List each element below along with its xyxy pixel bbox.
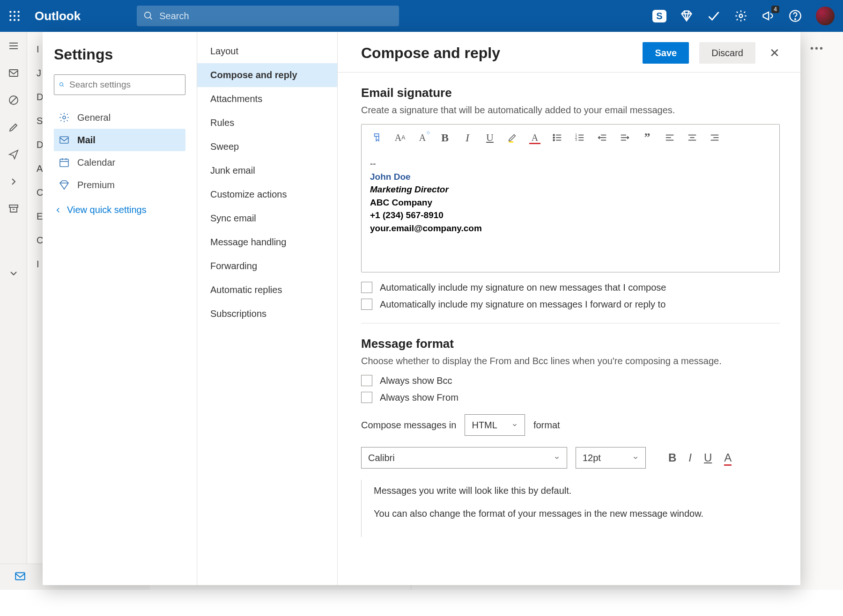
- app-launcher-icon[interactable]: [8, 10, 21, 22]
- settings-search-input[interactable]: [69, 80, 180, 90]
- todo-icon[interactable]: [707, 9, 720, 22]
- global-search[interactable]: [137, 6, 399, 26]
- checkbox-icon[interactable]: [361, 299, 372, 310]
- italic-icon[interactable]: I: [459, 129, 476, 146]
- subnav-automatic-replies[interactable]: Automatic replies: [197, 278, 337, 302]
- global-search-input[interactable]: [159, 11, 392, 22]
- subnav-subscriptions[interactable]: Subscriptions: [197, 302, 337, 326]
- font-size-select[interactable]: 12pt: [576, 447, 646, 469]
- font-color-icon[interactable]: A: [526, 129, 543, 146]
- format-painter-icon[interactable]: [369, 129, 386, 146]
- settings-premium[interactable]: Premium: [54, 174, 185, 196]
- settings-item-label: Calendar: [77, 157, 115, 168]
- svg-rect-32: [60, 137, 68, 143]
- underline-icon[interactable]: U: [481, 129, 498, 146]
- compose-format-select[interactable]: HTML: [465, 414, 525, 436]
- settings-general[interactable]: General: [54, 106, 185, 129]
- topbar: Outlook S 4: [0, 0, 843, 32]
- subnav-junk-email[interactable]: Junk email: [197, 159, 337, 183]
- chevron-down-icon: [632, 455, 639, 461]
- settings-icon[interactable]: [734, 9, 747, 22]
- settings-content: Compose and reply Save Discard ✕ Email s…: [338, 32, 800, 585]
- discard-button[interactable]: Discard: [699, 42, 755, 64]
- checkbox-icon[interactable]: [361, 282, 372, 293]
- subnav-layout[interactable]: Layout: [197, 39, 337, 63]
- svg-point-13: [795, 19, 796, 20]
- align-right-icon[interactable]: [706, 129, 723, 146]
- italic-icon[interactable]: I: [688, 451, 692, 464]
- indent-icon[interactable]: [616, 129, 633, 146]
- megaphone-icon[interactable]: 4: [762, 9, 775, 22]
- mail-settings-subnav: Layout Compose and reply Attachments Rul…: [197, 32, 338, 585]
- format-preview: Messages you write will look like this b…: [361, 480, 780, 537]
- search-icon: [143, 11, 154, 21]
- checkbox-include-new[interactable]: Automatically include my signature on ne…: [361, 282, 777, 293]
- help-icon[interactable]: [789, 9, 802, 22]
- calendar-icon: [59, 157, 70, 168]
- signature-editor: AA A◇ B I U A 123 ”: [361, 124, 780, 272]
- svg-point-4: [14, 15, 15, 17]
- svg-point-31: [63, 116, 66, 119]
- outdent-icon[interactable]: [594, 129, 611, 146]
- svg-point-5: [18, 15, 20, 17]
- numbering-icon[interactable]: 123: [571, 129, 588, 146]
- diamond-icon: [59, 179, 70, 191]
- svg-line-10: [150, 17, 152, 20]
- bullets-icon[interactable]: [549, 129, 566, 146]
- subnav-compose-and-reply[interactable]: Compose and reply: [197, 63, 337, 87]
- font-color-icon[interactable]: A: [724, 451, 732, 464]
- view-quick-settings-link[interactable]: View quick settings: [54, 205, 185, 215]
- svg-point-42: [553, 139, 555, 141]
- subnav-attachments[interactable]: Attachments: [197, 87, 337, 111]
- subnav-sync-email[interactable]: Sync email: [197, 206, 337, 230]
- settings-calendar[interactable]: Calendar: [54, 151, 185, 174]
- chevron-down-icon: [511, 422, 518, 428]
- save-button[interactable]: Save: [643, 42, 689, 64]
- highlight-icon[interactable]: [504, 129, 521, 146]
- align-center-icon[interactable]: [684, 129, 701, 146]
- svg-text:3: 3: [575, 138, 577, 142]
- font-size-icon[interactable]: AA: [392, 129, 408, 146]
- chevron-left-icon: [54, 206, 62, 214]
- chevron-down-icon: [554, 455, 560, 461]
- settings-mail[interactable]: Mail: [54, 129, 185, 151]
- settings-title: Settings: [54, 46, 185, 63]
- content-body[interactable]: Email signature Create a signature that …: [338, 73, 800, 585]
- bold-icon[interactable]: B: [668, 451, 676, 464]
- notification-badge: 4: [771, 6, 779, 13]
- svg-point-29: [60, 83, 63, 86]
- email-signature-heading: Email signature: [361, 86, 777, 100]
- svg-point-6: [9, 19, 11, 21]
- svg-point-8: [18, 19, 20, 21]
- subnav-message-handling[interactable]: Message handling: [197, 230, 337, 254]
- subnav-customize-actions[interactable]: Customize actions: [197, 183, 337, 206]
- signature-toolbar: AA A◇ B I U A 123 ”: [362, 125, 779, 151]
- content-title: Compose and reply: [361, 44, 500, 62]
- checkbox-show-from[interactable]: Always show From: [361, 392, 777, 403]
- user-avatar[interactable]: [816, 7, 835, 25]
- font-family-select[interactable]: Calibri: [361, 447, 567, 469]
- close-icon[interactable]: ✕: [766, 44, 784, 62]
- signature-textarea[interactable]: -- John Doe Marketing Director ABC Compa…: [362, 151, 779, 272]
- checkbox-icon[interactable]: [361, 375, 372, 386]
- svg-point-3: [9, 15, 11, 17]
- checkbox-icon[interactable]: [361, 392, 372, 403]
- font-case-icon[interactable]: A◇: [414, 129, 431, 146]
- settings-search[interactable]: [54, 74, 185, 95]
- settings-modal: Settings General Mail Calendar Premium: [43, 32, 800, 585]
- subnav-rules[interactable]: Rules: [197, 111, 337, 135]
- search-icon: [59, 80, 65, 89]
- subnav-sweep[interactable]: Sweep: [197, 135, 337, 159]
- svg-line-30: [63, 86, 64, 87]
- checkbox-show-bcc[interactable]: Always show Bcc: [361, 375, 777, 386]
- align-left-icon[interactable]: [661, 129, 678, 146]
- underline-icon[interactable]: U: [704, 451, 712, 464]
- quote-icon[interactable]: ”: [639, 129, 656, 146]
- skype-icon[interactable]: S: [653, 9, 666, 22]
- subnav-forwarding[interactable]: Forwarding: [197, 254, 337, 278]
- bold-icon[interactable]: B: [436, 129, 453, 146]
- checkbox-include-fwd[interactable]: Automatically include my signature on me…: [361, 299, 777, 310]
- svg-point-7: [14, 19, 15, 21]
- diamond-icon[interactable]: [680, 9, 693, 22]
- svg-point-11: [739, 15, 743, 18]
